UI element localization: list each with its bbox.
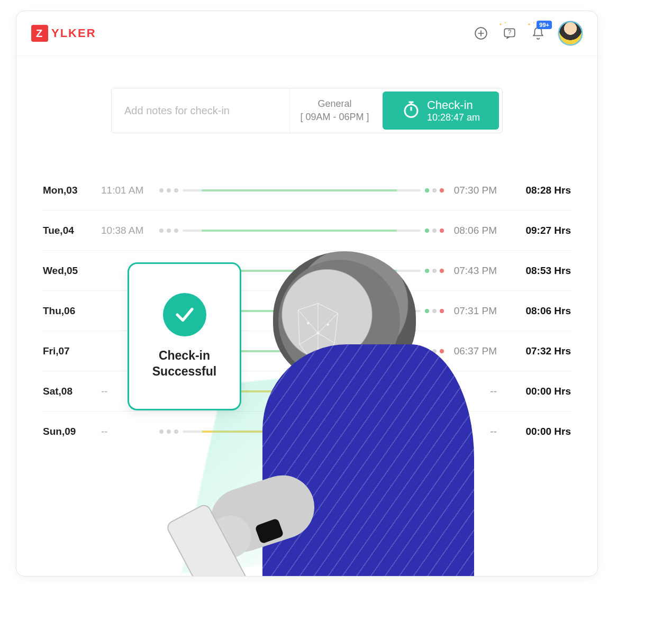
brand-badge: Z — [31, 25, 48, 42]
total-hours: 08:53 Hrs — [502, 265, 571, 277]
app-window: Z YLKER ? 99+ General [ 09AM - 06PM ] — [16, 11, 598, 577]
day-label: Sun,09 — [43, 426, 101, 437]
check-in-time: -- — [101, 426, 159, 437]
attendance-row[interactable]: Mon,0311:01 AM07:30 PM08:28 Hrs — [43, 170, 571, 211]
avatar[interactable] — [558, 21, 583, 45]
brand-name: YLKER — [51, 26, 96, 40]
stopwatch-icon — [402, 100, 421, 121]
check-circle-icon — [163, 293, 206, 336]
day-label: Tue,04 — [43, 225, 101, 236]
add-icon[interactable] — [473, 25, 489, 42]
check-out-time: -- — [444, 426, 502, 437]
checkin-bar: General [ 09AM - 06PM ] Check-in 10:28:4… — [111, 88, 503, 133]
checkin-button-time: 10:28:47 am — [427, 112, 480, 123]
topbar-actions: ? 99+ — [473, 21, 583, 45]
weekend-badge: Weekend — [284, 425, 327, 438]
attendance-list: Mon,0311:01 AM07:30 PM08:28 HrsTue,0410:… — [43, 170, 571, 452]
check-out-time: -- — [444, 386, 502, 397]
timeline: Weekend — [159, 422, 444, 441]
brand-logo: Z YLKER — [31, 25, 96, 42]
check-in-time: 11:01 AM — [101, 185, 159, 196]
svg-text:?: ? — [508, 29, 512, 36]
success-line1: Check-in — [152, 348, 216, 364]
attendance-row[interactable]: Sun,09--Weekend--00:00 Hrs — [43, 412, 571, 452]
day-label: Fri,07 — [43, 345, 101, 357]
help-icon[interactable]: ? — [501, 25, 518, 42]
total-hours: 09:27 Hrs — [502, 225, 571, 236]
attendance-row[interactable]: Sat,08--Weekend--00:00 Hrs — [43, 371, 571, 412]
content-area: General [ 09AM - 06PM ] Check-in 10:28:4… — [16, 56, 597, 452]
success-line2: Successful — [152, 364, 216, 380]
checkin-button-label: Check-in — [427, 98, 480, 112]
schedule-name: General — [317, 98, 351, 109]
total-hours: 08:28 Hrs — [502, 185, 571, 196]
total-hours: 00:00 Hrs — [502, 386, 571, 397]
attendance-row[interactable]: Tue,0410:38 AM08:06 PM09:27 Hrs — [43, 211, 571, 251]
check-out-time: 07:31 PM — [444, 305, 502, 317]
day-label: Sat,08 — [43, 386, 101, 397]
attendance-row[interactable]: Fri,0706:37 PM07:32 Hrs — [43, 331, 571, 371]
check-in-time: 10:38 AM — [101, 225, 159, 236]
total-hours: 07:32 Hrs — [502, 345, 571, 357]
total-hours: 00:00 Hrs — [502, 426, 571, 437]
notifications-icon[interactable]: 99+ — [530, 25, 547, 42]
day-label: Thu,06 — [43, 305, 101, 317]
success-message: Check-in Successful — [152, 348, 216, 380]
total-hours: 08:06 Hrs — [502, 305, 571, 317]
schedule-hours: [ 09AM - 06PM ] — [300, 112, 369, 123]
schedule-display: General [ 09AM - 06PM ] — [289, 88, 379, 133]
checkin-success-popup: Check-in Successful — [128, 262, 241, 410]
notification-count-badge: 99+ — [537, 21, 552, 29]
check-out-time: 07:43 PM — [444, 265, 502, 277]
weekend-badge: Weekend — [284, 385, 327, 398]
timeline — [159, 221, 444, 240]
check-out-time: 08:06 PM — [444, 225, 502, 236]
day-label: Mon,03 — [43, 185, 101, 196]
check-out-time: 07:30 PM — [444, 185, 502, 196]
topbar: Z YLKER ? 99+ — [16, 11, 597, 56]
attendance-row[interactable]: Wed,0507:43 PM08:53 Hrs — [43, 251, 571, 291]
attendance-row[interactable]: Thu,0607:31 PM08:06 Hrs — [43, 291, 571, 331]
checkin-notes-input[interactable] — [112, 88, 289, 133]
timeline — [159, 181, 444, 200]
check-out-time: 06:37 PM — [444, 345, 502, 357]
day-label: Wed,05 — [43, 265, 101, 277]
checkin-button[interactable]: Check-in 10:28:47 am — [383, 92, 499, 130]
